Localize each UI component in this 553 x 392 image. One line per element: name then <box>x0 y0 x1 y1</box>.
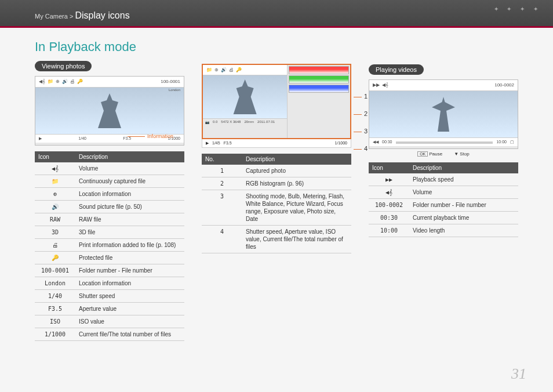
silhouette-icon <box>231 79 260 114</box>
table-row: ◀𝄞Volume <box>35 162 184 175</box>
dancer-silhouette-icon <box>429 97 458 132</box>
breadcrumb: My Camera > Display icons <box>35 10 130 21</box>
table-photos: Icon Description ◀𝄞Volume📁Continuously c… <box>35 151 184 341</box>
table-numbered: No. Description 1Captured photo2RGB hist… <box>202 154 351 253</box>
table-row: LondonLocation information <box>35 277 184 290</box>
table-row: 1Captured photo <box>202 165 351 177</box>
numbered-callouts: 1 2 3 4 <box>354 93 368 152</box>
table-row: 📁Continuously captured file <box>35 175 184 188</box>
th-icon: Icon <box>369 162 409 173</box>
table-row: 🖨Print information added to file (p. 108… <box>35 239 184 252</box>
table-row: 🔑Protected file <box>35 252 184 264</box>
table-row: ▶▶Playback speed <box>369 173 518 186</box>
page-number: 31 <box>511 365 526 383</box>
location-icon: ⊕ <box>56 79 60 85</box>
file-number: 100-0001 <box>161 79 180 85</box>
table-row: 10:00Video length <box>369 224 518 237</box>
sound-icon: 🔊 <box>62 79 68 85</box>
th-desc: Description <box>242 154 351 165</box>
table-row: 1/1000Current file/The total number of f… <box>35 328 184 341</box>
pill-playing-videos: Playing videos <box>369 64 424 75</box>
breadcrumb-title: Display icons <box>75 10 129 20</box>
table-row: ◀𝄞Volume <box>369 186 518 199</box>
video-bottom-bar: ◀◀ 00:30 10:00 ▢ <box>369 137 518 146</box>
th-desc: Description <box>75 151 184 162</box>
table-row: 2RGB histogram (p. 96) <box>202 177 351 190</box>
column-viewing-photos: In Playback mode Viewing photos ◀𝄞 📁 ⊕ 🔊… <box>35 39 184 341</box>
print-icon: 🖨 <box>70 79 75 85</box>
info-panel: London <box>169 88 180 92</box>
silhouette-icon <box>95 93 124 128</box>
information-callout: Information <box>128 133 173 139</box>
table-row: 100-0002Folder number - File number <box>369 199 518 212</box>
header-bar: My Camera > Display icons ✦ ✦ ✦ ✦ <box>0 0 553 28</box>
rgb-histogram <box>288 65 350 138</box>
video-preview: ▶▶ ◀𝄞 100-0002 ◀◀ 00:30 10:00 ▢ <box>369 79 518 149</box>
th-no: No. <box>202 154 242 165</box>
volume-icon: ◀𝄞 <box>39 79 45 85</box>
volume-icon: ◀𝄞 <box>382 82 388 88</box>
key-icon: 🔑 <box>77 79 83 85</box>
table-video: Icon Description ▶▶Playback speed◀𝄞Volum… <box>369 162 518 237</box>
video-controls: OK Pause ▼ Stop <box>369 151 518 157</box>
table-row: RAWRAW file <box>35 213 184 226</box>
breadcrumb-section: My Camera <box>35 13 68 20</box>
table-row: 🔊Sound picture file (p. 50) <box>35 201 184 213</box>
table-row: 00:30Current playback time <box>369 212 518 224</box>
pill-viewing-photos: Viewing photos <box>35 61 92 71</box>
table-row: ISOISO value <box>35 315 184 328</box>
table-row: 100-0001Folder number - File number <box>35 264 184 277</box>
section-heading: In Playback mode <box>35 39 184 55</box>
photo-preview-2: 📁⊕🔊🖨🔑 📷0.0 5472 X 3648 20mm 2011.07.01 <box>202 64 351 139</box>
table-row: 1/40Shutter speed <box>35 290 184 303</box>
table-row: ⊕Location information <box>35 188 184 201</box>
th-desc: Description <box>409 162 518 173</box>
th-icon: Icon <box>35 151 75 162</box>
speed-icon: ▶▶ <box>373 82 380 88</box>
column-numbered: 📁⊕🔊🖨🔑 📷0.0 5472 X 3648 20mm 2011.07.01 ▶… <box>202 39 351 341</box>
table-row: 4Shutter speed, Aperture value, ISO valu… <box>202 226 351 253</box>
folder-icon: 📁 <box>48 79 53 85</box>
folder-icon: 📁 <box>206 67 212 72</box>
table-row: 3D3D file <box>35 226 184 239</box>
file-number: 100-0002 <box>494 82 514 88</box>
table-row: 3Shooting mode, Bulb, Metering, Flash, W… <box>202 190 351 226</box>
table-row: F3.5Aperture value <box>35 303 184 315</box>
breadcrumb-sep: > <box>70 13 73 20</box>
column-playing-videos: Playing videos ▶▶ ◀𝄞 100-0002 ◀◀ 00:30 1… <box>369 39 518 341</box>
decorative-stars: ✦ ✦ ✦ ✦ <box>494 6 541 12</box>
